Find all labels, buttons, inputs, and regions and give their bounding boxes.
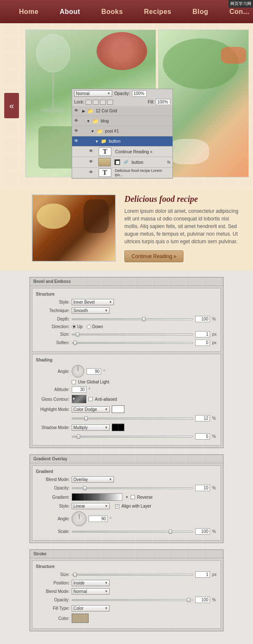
gradient-label: Gradient: bbox=[36, 495, 70, 500]
layer-post1[interactable]: 👁 ▼ 📁 post #1 bbox=[72, 126, 172, 136]
layer-button-swatch[interactable]: 👁 🔗 button fx bbox=[72, 157, 172, 168]
gradient-blend-dropdown[interactable]: Overlay ▼ bbox=[72, 476, 114, 483]
anti-aliased-checkbox[interactable] bbox=[89, 397, 93, 401]
direction-down-option[interactable]: Down bbox=[87, 324, 103, 329]
depth-slider-thumb[interactable] bbox=[142, 317, 145, 321]
nav-blog[interactable]: Blog bbox=[182, 8, 219, 16]
nav-recipes[interactable]: Recipes bbox=[134, 8, 182, 16]
expand-icon[interactable]: ▼ bbox=[86, 119, 90, 123]
eye-icon[interactable]: 👁 bbox=[89, 159, 95, 165]
contour-preview[interactable]: ▼ bbox=[72, 395, 86, 403]
gradient-scale-value[interactable]: 100 bbox=[195, 528, 210, 535]
gradient-opacity-value[interactable]: 10 bbox=[195, 485, 210, 491]
eye-icon[interactable]: 👁 bbox=[89, 170, 95, 176]
layer-button[interactable]: 👁 ▼ 📁 button bbox=[72, 136, 172, 147]
stroke-size-value[interactable]: 1 bbox=[195, 571, 210, 578]
gradient-scale-label: Scale: bbox=[36, 529, 70, 534]
nav-books[interactable]: Books bbox=[91, 8, 133, 16]
gradient-dropdown-arrow[interactable]: ▼ bbox=[125, 495, 129, 499]
shadow-mode-dropdown[interactable]: Multiply ▼ bbox=[72, 424, 110, 431]
shadow-opacity-thumb[interactable] bbox=[77, 435, 80, 439]
gradient-angle-value[interactable]: 90 bbox=[89, 516, 108, 522]
highlight-mode-dropdown[interactable]: Color Dodge ▼ bbox=[72, 406, 110, 413]
stroke-opacity-thumb[interactable] bbox=[187, 598, 190, 602]
gradient-style-dropdown[interactable]: Linear ▼ bbox=[72, 503, 110, 509]
highlight-color-swatch[interactable] bbox=[112, 405, 124, 413]
shadow-opacity-slider[interactable] bbox=[72, 436, 193, 437]
stroke-position-dropdown[interactable]: Inside ▼ bbox=[72, 580, 110, 586]
fill-value[interactable]: 100% bbox=[156, 99, 170, 105]
direction-up-radio[interactable] bbox=[72, 325, 76, 329]
reverse-checkbox[interactable] bbox=[131, 495, 135, 499]
svg-point-0 bbox=[36, 34, 70, 72]
soften-value[interactable]: 0 bbox=[195, 340, 210, 346]
move-tool-icon[interactable] bbox=[93, 100, 99, 105]
soften-slider-thumb[interactable] bbox=[73, 341, 77, 345]
direction-up-option[interactable]: Up bbox=[72, 324, 83, 329]
gradient-preview[interactable] bbox=[72, 493, 122, 501]
eye-icon[interactable]: 👁 bbox=[89, 149, 95, 155]
align-layer-checkbox[interactable]: ✓ bbox=[115, 504, 119, 508]
technique-dropdown[interactable]: Smooth ▼ bbox=[72, 307, 110, 314]
nav-about[interactable]: About bbox=[49, 8, 91, 16]
nav-home[interactable]: Home bbox=[8, 8, 49, 16]
stroke-size-slider[interactable] bbox=[72, 574, 193, 576]
gradient-angle-dial[interactable] bbox=[72, 511, 86, 526]
lock-position-icon[interactable] bbox=[100, 100, 106, 105]
shading-title: Shading bbox=[36, 358, 217, 362]
shadow-mode-value: Multiply bbox=[73, 425, 88, 430]
style-dropdown[interactable]: Inner Bevel ▼ bbox=[72, 299, 114, 305]
layer-continue-reading[interactable]: 👁 T Continue Reading » bbox=[72, 147, 172, 157]
eye-icon[interactable]: 👁 bbox=[74, 128, 80, 134]
stroke-color-swatch[interactable] bbox=[72, 614, 89, 623]
layer-recipe-text[interactable]: 👁 T Delicious food recipe Lorem ips... bbox=[72, 168, 172, 178]
highlight-opacity-slider[interactable] bbox=[72, 418, 193, 419]
stroke-fill-type-dropdown[interactable]: Color ▼ bbox=[72, 605, 110, 611]
stroke-blend-dropdown[interactable]: Normal ▼ bbox=[72, 588, 110, 595]
nav-more[interactable]: Con... bbox=[219, 8, 253, 16]
lock-checkbox[interactable] bbox=[86, 100, 92, 105]
soften-slider[interactable] bbox=[72, 342, 193, 344]
stroke-size-thumb[interactable] bbox=[73, 573, 77, 577]
altitude-value[interactable]: 30 bbox=[72, 386, 86, 393]
stroke-opacity-slider[interactable] bbox=[72, 599, 193, 601]
gradient-style-row: Style: Linear ▼ ✓ Align with Layer bbox=[36, 503, 217, 509]
gradient-scale-slider[interactable] bbox=[72, 531, 193, 533]
global-light-checkbox[interactable] bbox=[72, 380, 76, 384]
layer-blog[interactable]: 👁 ▼ 📁 blog bbox=[72, 116, 172, 126]
stroke-panel-title: Stroke bbox=[33, 552, 46, 556]
shadow-color-swatch[interactable] bbox=[112, 424, 124, 431]
expand-icon[interactable]: ▼ bbox=[91, 129, 94, 133]
highlight-opacity-value[interactable]: 12 bbox=[195, 415, 210, 421]
blend-mode-dropdown[interactable]: Normal ▼ bbox=[74, 90, 112, 97]
angle-value[interactable]: 90 bbox=[86, 368, 101, 375]
shadow-opacity-unit: % bbox=[212, 434, 217, 439]
gradient-angle-unit: ° bbox=[110, 516, 115, 521]
shadow-opacity-value[interactable]: 5 bbox=[195, 433, 210, 440]
lock-all-icon[interactable] bbox=[107, 100, 113, 105]
photoshop-layers-panel: Normal ▼ Opacity: 100% Lock: Fill: 100% … bbox=[72, 89, 173, 179]
size-slider[interactable] bbox=[72, 334, 193, 335]
gradient-opacity-thumb[interactable] bbox=[83, 486, 86, 490]
size-value[interactable]: 1 bbox=[195, 331, 210, 337]
stroke-size-row: Size: 1 px bbox=[36, 571, 217, 578]
depth-label: Depth: bbox=[36, 317, 70, 321]
stroke-opacity-value[interactable]: 100 bbox=[195, 597, 210, 603]
angle-dial[interactable] bbox=[72, 365, 84, 378]
eye-icon[interactable]: 👁 bbox=[74, 108, 80, 114]
expand-icon[interactable]: ▶ bbox=[82, 109, 85, 113]
eye-icon[interactable]: 👁 bbox=[74, 118, 80, 124]
gradient-opacity-slider[interactable] bbox=[72, 487, 193, 489]
depth-slider[interactable] bbox=[72, 318, 193, 320]
gradient-scale-thumb[interactable] bbox=[169, 530, 172, 534]
direction-down-radio[interactable] bbox=[87, 325, 91, 329]
prev-arrow[interactable]: « bbox=[4, 93, 19, 118]
highlight-opacity-thumb[interactable] bbox=[84, 416, 88, 421]
depth-value[interactable]: 100 bbox=[195, 316, 210, 322]
layer-12-col-grid[interactable]: 👁 ▶ 📁 12 Col Grid bbox=[72, 106, 172, 116]
eye-icon[interactable]: 👁 bbox=[74, 139, 80, 144]
size-slider-thumb[interactable] bbox=[76, 332, 79, 337]
opacity-value[interactable]: 100% bbox=[132, 90, 147, 97]
continue-reading-button[interactable]: Continue Reading » bbox=[124, 250, 183, 262]
expand-icon[interactable]: ▼ bbox=[95, 139, 99, 144]
